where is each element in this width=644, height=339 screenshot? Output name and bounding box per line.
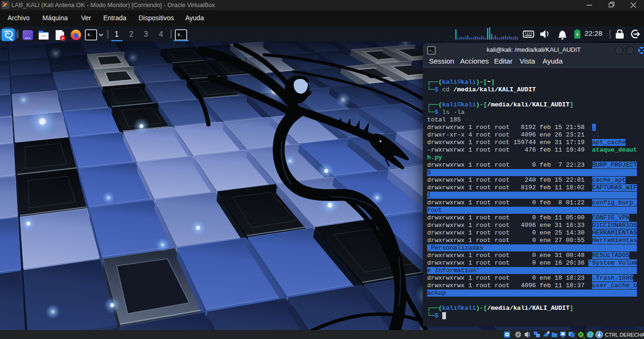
svg-text:$_: $_ [88,32,92,37]
svg-text:1: 1 [115,30,119,38]
svg-text:2: 2 [129,30,133,38]
svg-text:4: 4 [159,30,163,38]
svg-text:$_: $_ [178,32,182,37]
svg-text:3: 3 [144,30,148,38]
